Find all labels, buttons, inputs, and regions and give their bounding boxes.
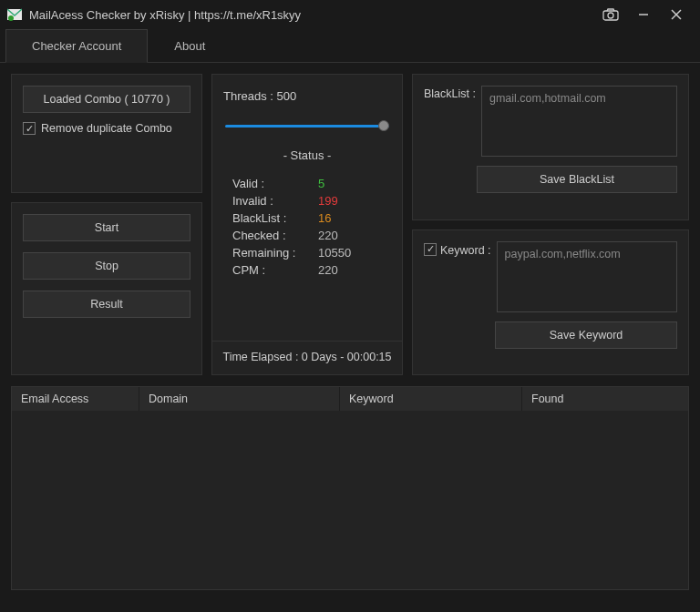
status-remaining-v: 10550 bbox=[318, 246, 382, 260]
slider-thumb[interactable] bbox=[378, 120, 389, 131]
save-keyword-button[interactable]: Save Keyword bbox=[495, 321, 677, 349]
app-window: MailAcess Checker by xRisky | https://t.… bbox=[0, 0, 700, 612]
controls-panel: Start Stop Result bbox=[11, 202, 202, 376]
blacklist-input[interactable]: gmail.com,hotmail.com bbox=[481, 86, 677, 157]
tab-bar: Checker Account About bbox=[0, 29, 700, 63]
th-keyword[interactable]: Keyword bbox=[340, 387, 522, 411]
threads-slider[interactable] bbox=[225, 119, 389, 132]
titlebar: MailAcess Checker by xRisky | https://t.… bbox=[0, 0, 700, 29]
keyword-label: Keyword : bbox=[440, 244, 491, 257]
table-header-row: Email Access Domain Keyword Found bbox=[12, 387, 688, 411]
camera-icon[interactable] bbox=[594, 2, 627, 27]
status-blacklist-k: BlackList : bbox=[232, 211, 305, 225]
time-elapsed: Time Elapsed : 0 Days - 00:00:15 bbox=[212, 341, 402, 363]
status-cpm-k: CPM : bbox=[232, 263, 305, 277]
threads-label: Threads : 500 bbox=[223, 89, 391, 103]
slider-track bbox=[225, 125, 389, 128]
start-button[interactable]: Start bbox=[23, 214, 190, 241]
close-button[interactable] bbox=[660, 2, 693, 27]
keyword-checkbox[interactable]: ✓ bbox=[424, 243, 437, 256]
th-domain[interactable]: Domain bbox=[139, 387, 340, 411]
results-table: Email Access Domain Keyword Found bbox=[11, 386, 689, 590]
svg-point-1 bbox=[8, 15, 14, 21]
status-cpm-v: 220 bbox=[318, 263, 382, 277]
status-remaining-k: Remaining : bbox=[232, 246, 305, 260]
status-valid-v: 5 bbox=[318, 177, 382, 190]
status-header: - Status - bbox=[223, 148, 391, 162]
app-icon bbox=[7, 7, 22, 22]
blacklist-label: BlackList : bbox=[424, 87, 476, 100]
save-blacklist-button[interactable]: Save BlackList bbox=[477, 166, 677, 193]
status-invalid-k: Invalid : bbox=[232, 194, 305, 208]
status-valid-k: Valid : bbox=[232, 177, 305, 190]
minimize-button[interactable] bbox=[627, 2, 660, 27]
status-blacklist-v: 16 bbox=[318, 211, 382, 225]
th-email-access[interactable]: Email Access bbox=[12, 387, 139, 411]
center-panel: Threads : 500 - Status - Valid : 5 Inval… bbox=[211, 74, 403, 375]
status-checked-k: Checked : bbox=[232, 229, 305, 242]
remove-duplicate-row[interactable]: ✓ Remove duplicate Combo bbox=[23, 122, 190, 135]
window-title: MailAcess Checker by xRisky | https://t.… bbox=[29, 8, 301, 22]
keyword-input[interactable]: paypal.com,netflix.com bbox=[497, 241, 677, 312]
loaded-combo-button[interactable]: Loaded Combo ( 10770 ) bbox=[23, 86, 190, 113]
combo-panel: Loaded Combo ( 10770 ) ✓ Remove duplicat… bbox=[11, 74, 202, 193]
remove-duplicate-label: Remove duplicate Combo bbox=[41, 122, 172, 135]
tab-about[interactable]: About bbox=[148, 29, 232, 62]
svg-point-3 bbox=[608, 13, 613, 18]
status-grid: Valid : 5 Invalid : 199 BlackList : 16 C… bbox=[232, 177, 382, 277]
th-found[interactable]: Found bbox=[522, 387, 688, 411]
status-checked-v: 220 bbox=[318, 229, 382, 242]
remove-duplicate-checkbox[interactable]: ✓ bbox=[23, 122, 36, 135]
tab-checker-account[interactable]: Checker Account bbox=[5, 29, 148, 63]
status-invalid-v: 199 bbox=[318, 194, 382, 208]
main-content: Loaded Combo ( 10770 ) ✓ Remove duplicat… bbox=[0, 63, 700, 386]
stop-button[interactable]: Stop bbox=[23, 252, 190, 280]
blacklist-panel: BlackList : gmail.com,hotmail.com Save B… bbox=[412, 74, 689, 220]
result-button[interactable]: Result bbox=[23, 291, 190, 318]
keyword-panel: ✓ Keyword : paypal.com,netflix.com Save … bbox=[412, 230, 689, 376]
